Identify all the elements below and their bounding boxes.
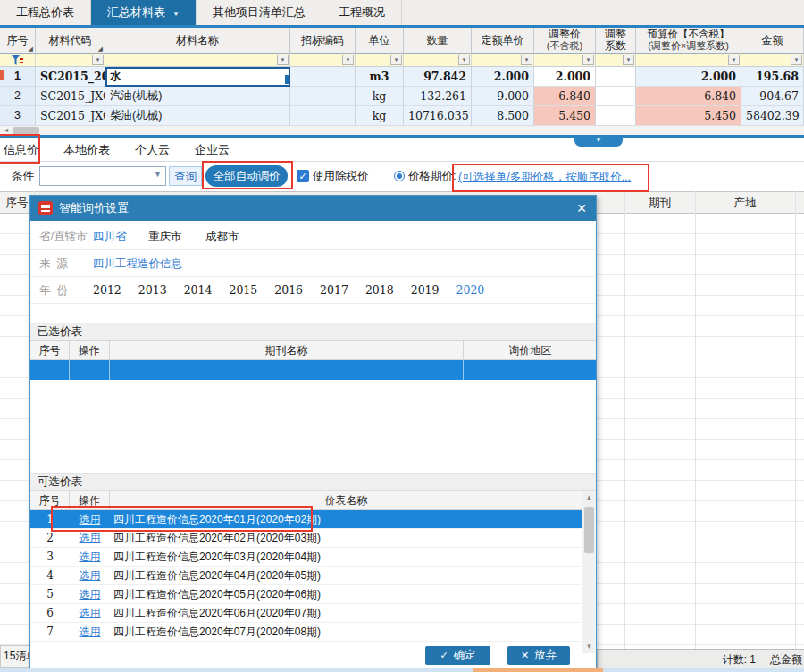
material-name-cell[interactable]: 柴油(机械) — [105, 106, 290, 126]
close-icon[interactable]: ✕ — [576, 196, 587, 221]
pricelist-row[interactable]: 5 选用 四川工程造价信息2020年05月(2020年06期) — [30, 585, 583, 604]
budget-price-cell[interactable]: 5.450 — [636, 106, 741, 126]
adjusted-price-cell[interactable]: 2.000 — [534, 67, 596, 87]
col-header-amount[interactable]: 金额 — [741, 28, 804, 54]
scrollbar-thumb[interactable] — [584, 507, 594, 553]
material-code-cell[interactable]: SC2015_200 — [36, 67, 105, 87]
scrollbar-thumb[interactable] — [13, 127, 39, 134]
filter-dropdown-icon[interactable]: ▾ — [342, 55, 354, 65]
unit-cell[interactable]: kg — [356, 106, 404, 126]
filter-dropdown-icon[interactable]: ▾ — [728, 55, 740, 65]
tab-info-price[interactable]: 信息价 — [0, 142, 51, 158]
amount-cell[interactable]: 195.68 — [741, 67, 804, 87]
material-row[interactable]: 2 SC2015_JX00 汽油(机械) kg 132.261 9.000 6.… — [0, 87, 804, 106]
bid-code-cell[interactable] — [290, 87, 356, 106]
unit-cell[interactable]: m3 — [356, 67, 404, 87]
col-header-code[interactable]: 材料代码◢ — [36, 28, 105, 54]
amount-cell[interactable]: 904.67 — [741, 87, 804, 106]
combo-caret-icon[interactable]: ▼ — [154, 170, 162, 179]
source-option-selected[interactable]: 四川工程造价信息 — [93, 250, 182, 277]
year-option[interactable]: 2015 — [229, 277, 257, 304]
year-option[interactable]: 2014 — [184, 277, 213, 304]
filter-dropdown-icon[interactable]: ▾ — [390, 55, 402, 65]
col-header-name[interactable]: 材料名称 — [105, 28, 290, 54]
amount-cell[interactable]: 58402.39 — [741, 106, 804, 126]
adjusted-price-cell[interactable]: 6.840 — [534, 87, 596, 106]
coefficient-cell[interactable] — [596, 87, 636, 106]
tax-excluded-label[interactable]: 使用除税价 — [313, 166, 369, 186]
col-header-unit[interactable]: 单位 — [356, 28, 404, 54]
col-header-no[interactable]: 序号◢ — [0, 28, 36, 54]
cancel-button[interactable]: ✕放弃 — [507, 646, 570, 665]
col-header-qty[interactable]: 数量 — [404, 28, 472, 54]
filter-dropdown-icon[interactable]: ▾ — [791, 55, 802, 65]
province-option-selected[interactable]: 四川省 — [93, 223, 127, 250]
tab-enterprise-cloud[interactable]: 企业云 — [182, 142, 242, 158]
selected-pricelist-empty-row[interactable] — [30, 360, 596, 380]
scroll-up-icon[interactable]: ▲ — [582, 491, 596, 504]
tab-project-overview[interactable]: 工程概况 — [322, 0, 402, 25]
period-select-link[interactable]: (可选择单/多期价格，按顺序取价... — [458, 167, 631, 187]
use-link[interactable]: 选用 — [80, 513, 101, 525]
bottom-scroll-strip[interactable] — [0, 668, 804, 672]
horizontal-scrollbar[interactable]: ◄ — [0, 126, 804, 135]
filter-dropdown-icon[interactable]: ▾ — [92, 55, 104, 65]
scroll-left-icon[interactable]: ◄ — [0, 126, 13, 135]
year-option[interactable]: 2012 — [93, 277, 121, 304]
filter-dropdown-icon[interactable]: ▾ — [623, 55, 634, 65]
budget-price-cell[interactable]: 2.000 — [636, 67, 741, 87]
scroll-down-icon[interactable]: ▼ — [582, 640, 596, 653]
coefficient-cell[interactable] — [596, 106, 636, 126]
year-option[interactable]: 2013 — [138, 277, 167, 304]
filter-dropdown-icon[interactable]: ▾ — [582, 55, 594, 65]
use-link[interactable]: 选用 — [80, 588, 101, 601]
filter-dropdown-icon[interactable]: ▾ — [521, 55, 532, 65]
scroll-strip-thumb[interactable] — [473, 668, 603, 672]
tax-excluded-checkbox[interactable]: ✓ — [297, 170, 309, 182]
query-button[interactable]: 查询 — [169, 166, 202, 186]
base-price-cell[interactable]: 9.000 — [472, 87, 534, 106]
auto-adjust-all-button[interactable]: 全部自动调价 — [205, 165, 288, 187]
material-name-cell[interactable]: 汽油(机械) — [105, 87, 290, 106]
col-header-coefficient[interactable]: 调整系数 — [596, 28, 636, 54]
pricelist-row[interactable]: 7 选用 四川工程造价信息2020年07月(2020年08期) — [30, 623, 583, 642]
col-header-budget-price[interactable]: 预算价【不含税】(调整价×调整系数) — [636, 28, 741, 54]
chevron-down-icon[interactable]: ▼ — [172, 10, 180, 18]
col-header-base-price[interactable]: 定额单价 — [472, 28, 534, 54]
tab-other-items[interactable]: 其他项目清单汇总 — [197, 0, 322, 25]
qty-cell[interactable]: 10716.035 — [404, 106, 472, 126]
dialog-title-bar[interactable]: 智能询价设置 ✕ — [30, 196, 596, 221]
price-period-label[interactable]: 价格期价: — [408, 166, 456, 186]
material-code-cell[interactable]: SC2015_JX00 — [36, 106, 105, 126]
budget-price-cell[interactable]: 6.840 — [636, 87, 741, 106]
material-code-cell[interactable]: SC2015_JX00 — [36, 87, 105, 106]
year-option[interactable]: 2018 — [365, 277, 394, 304]
qty-cell[interactable]: 132.261 — [404, 87, 472, 106]
year-option-selected[interactable]: 2020 — [456, 277, 485, 304]
price-period-radio[interactable] — [394, 171, 405, 181]
province-option[interactable]: 重庆市 — [148, 223, 182, 250]
year-option[interactable]: 2016 — [274, 277, 303, 304]
pricelist-row[interactable]: 4 选用 四川工程造价信息2020年04月(2020年05期) — [30, 567, 583, 585]
tab-personal-cloud[interactable]: 个人云 — [122, 142, 182, 158]
use-link[interactable]: 选用 — [80, 532, 101, 544]
col-header-bid-code[interactable]: 招标编码 — [290, 28, 356, 54]
unit-cell[interactable]: kg — [356, 87, 404, 106]
filter-dropdown-icon[interactable]: ▾ — [458, 55, 470, 65]
filter-dropdown-icon[interactable]: ▾ — [277, 55, 289, 65]
use-link[interactable]: 选用 — [80, 569, 101, 582]
condition-combobox[interactable]: ▼ — [39, 166, 166, 186]
qty-cell[interactable]: 97.842 — [404, 67, 472, 87]
col-header-adjusted-price[interactable]: 调整价(不含税) — [534, 28, 596, 54]
base-price-cell[interactable]: 2.000 — [472, 67, 534, 87]
pricelist-row[interactable]: 3 选用 四川工程造价信息2020年03月(2020年04期) — [30, 548, 583, 567]
material-row[interactable]: 3 SC2015_JX00 柴油(机械) kg 10716.035 8.500 … — [0, 106, 804, 126]
tab-local-price[interactable]: 本地价表 — [51, 142, 122, 158]
tab-materials-summary[interactable]: 汇总材料表▼ — [91, 0, 197, 25]
year-option[interactable]: 2017 — [320, 277, 348, 304]
base-price-cell[interactable]: 8.500 — [472, 106, 534, 126]
adjusted-price-cell[interactable]: 5.450 — [534, 106, 596, 126]
pricelist-row-selected[interactable]: 1 选用 四川工程造价信息2020年01月(2020年02期) — [30, 510, 583, 529]
year-option[interactable]: 2019 — [411, 277, 440, 304]
material-row[interactable]: 1 SC2015_200 水 m3 97.842 2.000 2.000 2.0… — [0, 67, 804, 87]
